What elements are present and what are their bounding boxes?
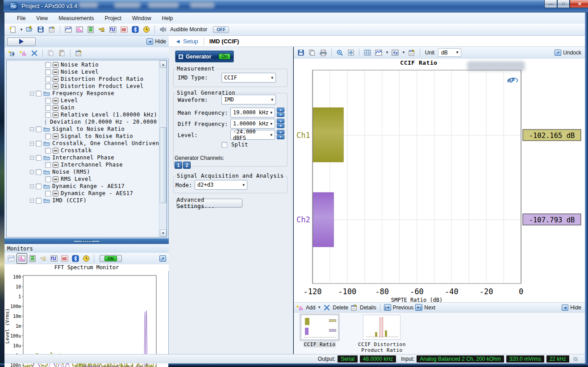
split-checkbox[interactable]	[221, 142, 227, 148]
copy-icon[interactable]	[307, 48, 317, 58]
tree-folder-noise-rms[interactable]: −Noise (RMS)	[7, 168, 159, 175]
tree-checkbox[interactable]	[45, 162, 51, 168]
properties-icon[interactable]	[47, 25, 57, 34]
tree-checkbox[interactable]	[36, 91, 42, 96]
collapse-icon[interactable]: −	[30, 156, 34, 160]
add-measurement-icon[interactable]: ✱	[7, 48, 17, 58]
diff-frequency-input[interactable]: 1.00000 kHz▼	[230, 119, 275, 129]
clock-icon[interactable]	[142, 25, 151, 34]
resize-grip[interactable]	[573, 357, 578, 361]
fx-icon[interactable]: fx	[390, 48, 400, 58]
collapse-icon[interactable]: −	[30, 199, 34, 203]
hd-monitor-icon[interactable]: HD	[60, 254, 70, 263]
mean-frequency-input[interactable]: 19.0000 kHz▼	[230, 108, 275, 117]
imd-type-select[interactable]: CCIF▼	[221, 73, 276, 83]
tree-item-relative-level-1-00000-khz[interactable]: Relative Level (1.00000 kHz)	[7, 111, 159, 118]
mean-frequency-stepper[interactable]: ▲▼	[277, 108, 284, 117]
tree-item-rms-level[interactable]: RMS Level	[7, 175, 159, 183]
menu-project[interactable]: Project	[100, 14, 126, 23]
fx-dropdown-icon[interactable]: ▼	[402, 50, 405, 54]
fft-icon[interactable]	[75, 25, 84, 34]
generator-channel-1-button[interactable]: 1	[175, 162, 182, 169]
delete-icon[interactable]	[29, 48, 39, 58]
run-button[interactable]	[7, 38, 36, 46]
level-stepper[interactable]: ▲▼	[277, 130, 284, 139]
tree-checkbox[interactable]	[45, 112, 51, 118]
copy-icon[interactable]	[46, 48, 56, 58]
waveform-select[interactable]: IMD▼	[221, 95, 276, 104]
menu-file[interactable]: File	[13, 14, 30, 23]
properties-icon[interactable]	[74, 48, 83, 58]
save-icon[interactable]	[36, 25, 46, 34]
add-result-icon[interactable]: ✱	[296, 304, 304, 312]
tree-item-distortion-product-level[interactable]: Distortion Product Level	[7, 83, 159, 90]
monitor-on-button[interactable]: ON	[100, 255, 122, 262]
delete-result-button[interactable]: Delete	[333, 304, 348, 311]
tree-checkbox[interactable]	[36, 141, 42, 146]
bluetooth-monitor-icon[interactable]	[71, 254, 80, 263]
collapse-icon[interactable]: −	[30, 170, 34, 174]
add-result-button[interactable]: Add	[306, 304, 315, 311]
undock-button[interactable]: ↗ Undock	[555, 50, 581, 56]
tree-checkbox[interactable]	[45, 83, 51, 89]
tree-item-signal-to-noise-ratio[interactable]: Signal to Noise Ratio	[7, 133, 159, 140]
minimize-button[interactable]: —	[544, 0, 557, 8]
next-button[interactable]: Next	[424, 304, 435, 311]
audible-monitor-off-button[interactable]: OFF	[213, 26, 229, 33]
sweep-monitor-icon[interactable]	[38, 254, 48, 263]
monitors-undock-icon[interactable]: ↗	[159, 255, 166, 262]
tree-folder-interchannel-phase[interactable]: −Interchannel Phase	[7, 154, 159, 161]
navigator-hide-button[interactable]: ◄ Hide	[146, 38, 166, 45]
tree-item-gain[interactable]: Gain	[7, 104, 159, 111]
menu-view[interactable]: View	[32, 14, 52, 23]
tree-item-interchannel-phase[interactable]: Interchannel Phase	[7, 161, 159, 168]
menu-measurements[interactable]: Measurements	[54, 14, 98, 23]
tree-checkbox[interactable]	[36, 126, 42, 132]
tree-item-distortion-product-ratio[interactable]: Distortion Product Ratio	[7, 75, 159, 83]
setup-back-button[interactable]: ◄ Setup	[169, 38, 204, 45]
tree-folder-crosstalk-one-channel-undriven[interactable]: −Crosstalk, One Channel Undriven	[7, 140, 159, 147]
tree-checkbox[interactable]	[36, 198, 42, 204]
tree-checkbox[interactable]	[45, 69, 51, 75]
previous-icon[interactable]: |◄	[384, 304, 391, 311]
thumbnail-preview[interactable]	[301, 315, 338, 340]
thumbnail-preview[interactable]	[363, 315, 400, 340]
tree-item-noise-level[interactable]: Noise Level	[7, 68, 159, 75]
tree-checkbox[interactable]	[45, 98, 51, 104]
level-input[interactable]: -24.000 dBFS▼	[230, 130, 275, 140]
graph-dropdown-icon[interactable]: ▼	[385, 50, 389, 54]
details-icon[interactable]	[350, 304, 358, 312]
diff-frequency-stepper[interactable]: ▲▼	[277, 119, 284, 128]
tree-checkbox[interactable]	[36, 155, 42, 161]
menu-window[interactable]: Window	[128, 14, 156, 23]
tree-item-crosstalk[interactable]: Crosstalk	[7, 147, 159, 154]
tree-item-dynamic-range-aes17[interactable]: Dynamic Range - AES17	[7, 190, 159, 197]
scroll-up-icon[interactable]: ▲	[160, 61, 167, 68]
tree-checkbox[interactable]	[45, 62, 51, 68]
collapse-icon[interactable]: −	[30, 92, 34, 96]
properties-icon[interactable]	[407, 48, 417, 58]
scope-monitor-icon[interactable]	[6, 254, 16, 263]
save-icon[interactable]	[296, 48, 306, 58]
generator-channel-2-button[interactable]: 2	[183, 162, 191, 169]
new-project-dropdown-icon[interactable]: ▼	[20, 28, 23, 32]
fft-monitor-icon[interactable]	[17, 254, 27, 263]
level-meter-icon[interactable]	[86, 25, 96, 34]
tree-item-deviation-20-0000-hz-20-0000-khz[interactable]: Deviation (20.0000 Hz - 20.0000 kHz)	[7, 118, 159, 125]
bluetooth-icon[interactable]	[130, 25, 140, 34]
tree-checkbox[interactable]	[36, 184, 42, 189]
scroll-down-icon[interactable]: ▼	[160, 229, 167, 237]
print-icon[interactable]	[318, 48, 328, 58]
hd-icon[interactable]: HD	[119, 25, 129, 34]
tree-checkbox[interactable]	[45, 133, 51, 139]
square-wave-icon[interactable]	[108, 25, 118, 34]
menu-help[interactable]: Help	[158, 14, 178, 23]
generator-toggle-button[interactable]: Generator On	[175, 51, 234, 62]
maximize-button[interactable]: □	[557, 0, 570, 8]
unit-select[interactable]: dB▼	[438, 48, 461, 57]
results-hide-button[interactable]: ◄ Hide	[562, 304, 581, 311]
table-icon[interactable]	[363, 48, 372, 58]
advanced-settings-button[interactable]: Advanced Settings...	[176, 199, 242, 208]
tree-scrollbar[interactable]: ▲ ▼	[159, 60, 167, 237]
paste-icon[interactable]	[57, 48, 67, 58]
